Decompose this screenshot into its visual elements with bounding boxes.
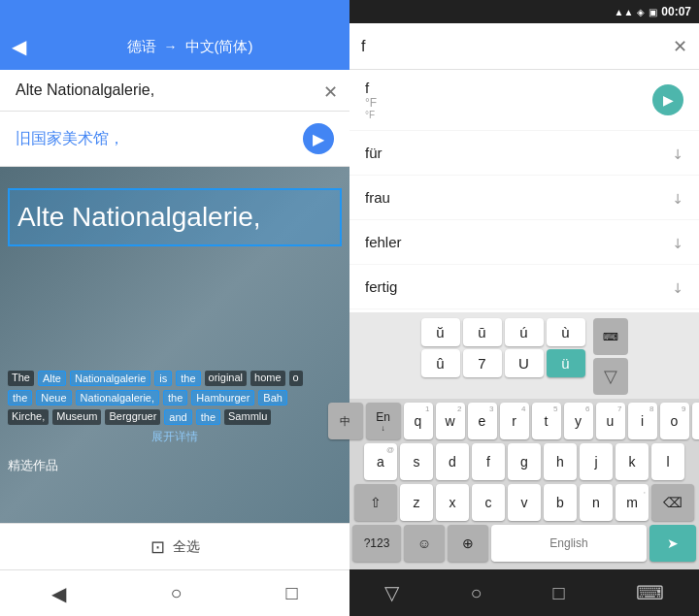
left-nav-recent-button[interactable]: □ (262, 574, 320, 612)
char-u-acute[interactable]: ú (505, 318, 544, 346)
key-l[interactable]: l (651, 443, 684, 480)
input-section: Alte Nationalgalerie, ✕ (0, 70, 350, 112)
desc-word-highlighted: and (164, 409, 191, 425)
char-U-upper[interactable]: U (505, 349, 544, 377)
suggestion-item-f[interactable]: f °F °F ▶ (350, 70, 699, 131)
key-m[interactable]: m, (616, 484, 649, 521)
key-b[interactable]: b (544, 484, 577, 521)
right-nav-back-button[interactable]: ▽ (365, 573, 418, 612)
desc-word-highlighted: Bah (258, 390, 287, 405)
left-nav-bar: ◀ ○ □ (0, 569, 350, 616)
search-input[interactable]: f (361, 38, 673, 55)
expand-link[interactable]: 展开详情 (8, 429, 342, 445)
desc-word-highlighted: the (8, 390, 32, 405)
key-h[interactable]: h (544, 443, 577, 480)
suggestion-send-button[interactable]: ▶ (652, 84, 683, 115)
desc-line-1: The Alte Nationalgalerie is the original… (8, 371, 342, 386)
key-s[interactable]: s (400, 443, 433, 480)
kb-row-1: 中 En↓ q1 w2 e3 r4 t5 y6 u7 i8 o9 p0 (351, 403, 697, 439)
char-u-umlaut[interactable]: ü (547, 349, 585, 377)
highlight-text: Alte Nationalgalerie, (17, 202, 261, 233)
key-q[interactable]: q1 (404, 403, 433, 439)
key-x[interactable]: x (436, 484, 469, 521)
dropdown-icon-btn[interactable]: ▽ (593, 358, 628, 395)
key-f[interactable]: f (472, 443, 505, 480)
desc-word-highlighted: Nationalgalerie, (76, 390, 159, 405)
key-z[interactable]: z (400, 484, 433, 521)
key-t[interactable]: t5 (532, 403, 561, 439)
char-u-circumflex[interactable]: û (421, 349, 460, 377)
key-o[interactable]: o9 (660, 403, 689, 439)
key-e[interactable]: e3 (468, 403, 497, 439)
back-button[interactable]: ◀ (8, 31, 30, 62)
search-clear-button[interactable]: ✕ (673, 36, 687, 57)
char-7[interactable]: 7 (463, 349, 502, 377)
image-overlay: Alte Nationalgalerie, The Alte Nationalg… (0, 167, 350, 523)
suggestion-main-f: f (365, 80, 652, 96)
key-g[interactable]: g (508, 443, 541, 480)
suggestion-item-fertig[interactable]: fertig ↙ (350, 265, 699, 309)
right-nav-recent-button[interactable]: □ (533, 574, 583, 612)
search-bar: f ✕ (350, 23, 699, 70)
select-all-bar[interactable]: ⊡ 全选 (0, 523, 350, 569)
clear-button[interactable]: ✕ (323, 81, 338, 103)
left-nav-home-button[interactable]: ○ (147, 574, 205, 612)
chinese-key[interactable]: 中 (328, 403, 363, 439)
translation-section: 旧国家美术馆， ▶ (0, 112, 350, 167)
desc-word: Sammlu (224, 409, 271, 425)
suggestion-item-fehler[interactable]: fehler ↙ (350, 220, 699, 265)
key-w[interactable]: w2 (436, 403, 465, 439)
desc-word: Kirche, (8, 409, 49, 425)
go-arrow-icon: ▶ (313, 130, 324, 148)
signal-icon: ▲▲ (615, 7, 634, 17)
description-box: The Alte Nationalgalerie is the original… (8, 371, 342, 445)
desc-word-highlighted: Neue (36, 390, 71, 405)
char-u-grave[interactable]: ù (547, 318, 585, 346)
key-k[interactable]: k (616, 443, 649, 480)
suggestion-main-fertig: fertig (365, 278, 672, 295)
text-highlight-box: Alte Nationalgalerie, (8, 188, 342, 246)
right-nav-keyboard-button[interactable]: ⌨ (616, 573, 683, 612)
key-p[interactable]: p0 (692, 403, 700, 439)
kb-row-4: ?123 ☺ ⊕ English ➤ (351, 525, 697, 562)
char-u-breve[interactable]: ŭ (421, 318, 460, 346)
key-r[interactable]: r4 (500, 403, 529, 439)
space-key[interactable]: English (491, 525, 647, 562)
source-language: 德语 (127, 38, 156, 56)
key-u[interactable]: u7 (596, 403, 625, 439)
key-c[interactable]: c (472, 484, 505, 521)
key-a[interactable]: a@ (364, 443, 397, 480)
globe-key[interactable]: ⊕ (448, 525, 488, 562)
selected-works-label: 精选作品 (8, 457, 58, 474)
desc-line-2: the Neue Nationalgalerie, the Hamburger … (8, 390, 342, 405)
desc-word: o (289, 371, 303, 386)
translate-go-button[interactable]: ▶ (303, 123, 334, 154)
suggestion-text-fehler: fehler (365, 234, 672, 250)
key-y[interactable]: y6 (564, 403, 593, 439)
delete-key[interactable]: ⌫ (651, 484, 694, 521)
suggestion-item-fur[interactable]: für ↙ (350, 131, 699, 176)
key-v[interactable]: v (508, 484, 541, 521)
num-key[interactable]: ?123 (352, 525, 401, 562)
kb-row-2: a@ s d f g h j k l (351, 443, 697, 480)
key-n[interactable]: n (580, 484, 613, 521)
suggestion-item-frau[interactable]: frau ↙ (350, 176, 699, 220)
key-j[interactable]: j (580, 443, 613, 480)
key-d[interactable]: d (436, 443, 469, 480)
desc-word: Museum (52, 409, 101, 425)
emoji-key[interactable]: ☺ (404, 525, 445, 562)
status-time: 00:07 (661, 5, 691, 18)
shift-key[interactable]: ⇧ (354, 484, 397, 521)
left-nav-back-button[interactable]: ◀ (28, 574, 89, 613)
image-area: Alte Nationalgalerie, The Alte Nationalg… (0, 167, 350, 523)
special-chars-row: ŭ ū ú ù û 7 U ü ⌨ ▽ (350, 312, 699, 399)
keyboard-icon-btn[interactable]: ⌨ (593, 318, 628, 355)
right-nav-home-button[interactable]: ○ (450, 574, 501, 612)
key-i[interactable]: i8 (628, 403, 657, 439)
char-u-macron[interactable]: ū (463, 318, 502, 346)
kb-row-3: ⇧ z x c v b n m, ⌫ (351, 484, 697, 521)
right-panel: ▲▲ ◈ ▣ 00:07 f ✕ f °F °F ▶ für ↙ (350, 0, 699, 616)
desc-word-highlighted: the (196, 409, 220, 425)
enter-key[interactable]: ➤ (649, 525, 696, 562)
english-key[interactable]: En↓ (366, 403, 401, 439)
